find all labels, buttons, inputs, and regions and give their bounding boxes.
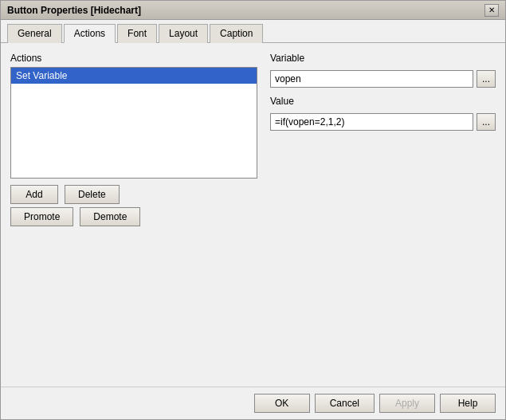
- tab-general[interactable]: General: [7, 24, 62, 43]
- right-panel: Variable ... Value ...: [270, 53, 496, 377]
- action-buttons-row1: Add Delete: [10, 185, 257, 204]
- variable-field-group: Variable ...: [270, 53, 496, 88]
- cancel-button[interactable]: Cancel: [315, 394, 375, 413]
- tab-layout[interactable]: Layout: [159, 24, 208, 43]
- value-input[interactable]: [270, 113, 473, 131]
- window-title: Button Properties [Hidechart]: [7, 5, 141, 16]
- demote-button[interactable]: Demote: [80, 207, 140, 226]
- value-label: Value: [270, 96, 496, 107]
- action-buttons-row2: Promote Demote: [10, 207, 257, 226]
- tab-caption[interactable]: Caption: [210, 24, 263, 43]
- variable-ellipsis-button[interactable]: ...: [477, 70, 496, 88]
- variable-input[interactable]: [270, 70, 473, 88]
- ok-button[interactable]: OK: [254, 394, 310, 413]
- add-button[interactable]: Add: [10, 185, 58, 204]
- variable-label: Variable: [270, 53, 496, 64]
- content-area: Actions Set Variable Add Delete Promote …: [1, 43, 505, 387]
- apply-button[interactable]: Apply: [379, 394, 435, 413]
- left-panel: Actions Set Variable Add Delete Promote …: [10, 53, 257, 377]
- title-bar: Button Properties [Hidechart] ✕: [1, 1, 505, 20]
- tab-font[interactable]: Font: [117, 24, 157, 43]
- promote-button[interactable]: Promote: [10, 207, 73, 226]
- main-window: Button Properties [Hidechart] ✕ General …: [0, 0, 506, 420]
- actions-label: Actions: [10, 53, 257, 64]
- value-ellipsis-button[interactable]: ...: [477, 113, 496, 131]
- close-button[interactable]: ✕: [484, 4, 499, 17]
- list-item[interactable]: Set Variable: [11, 68, 257, 84]
- actions-list[interactable]: Set Variable: [10, 67, 257, 179]
- footer: OK Cancel Apply Help: [1, 387, 505, 419]
- main-panel: Actions Set Variable Add Delete Promote …: [10, 53, 496, 377]
- variable-field-row: ...: [270, 70, 496, 88]
- value-field-row: ...: [270, 113, 496, 131]
- value-field-group: Value ...: [270, 96, 496, 131]
- tabs-bar: General Actions Font Layout Caption: [1, 20, 505, 43]
- help-button[interactable]: Help: [440, 394, 496, 413]
- tab-actions[interactable]: Actions: [64, 24, 116, 43]
- title-controls: ✕: [484, 4, 499, 17]
- delete-button[interactable]: Delete: [65, 185, 120, 204]
